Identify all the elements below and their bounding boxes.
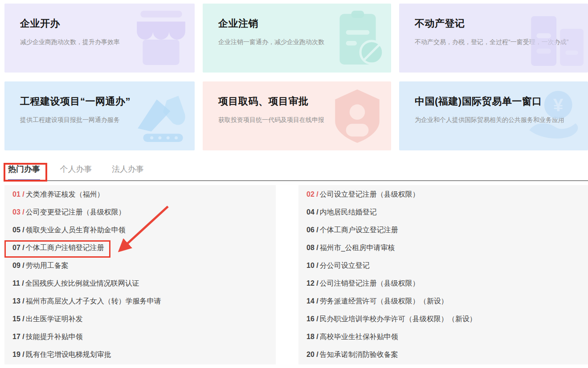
item-number: 18 / xyxy=(306,333,318,341)
item-number: 13 / xyxy=(12,297,24,305)
item-number: 06 / xyxy=(306,226,318,234)
card-title: 企业开办 xyxy=(20,17,195,30)
tabs-bar: 热门办事 个人办事 法人办事 xyxy=(4,150,588,181)
list-item-15[interactable]: 15 / 出生医学证明补发 xyxy=(4,310,276,328)
list-item-17[interactable]: 17 / 技能提升补贴申领 xyxy=(4,328,276,346)
feature-card[interactable]: 不动产登记 不动产交易，办税，登记，全过程“一窗受理，一次办成” xyxy=(399,4,588,73)
list-item-20[interactable]: 20 / 告知承诺制消防验收备案 xyxy=(298,346,588,364)
feature-card[interactable]: 企业开办 减少企业商跑动次数，提升办事效率 xyxy=(4,4,195,73)
item-number: 01 / xyxy=(12,190,24,198)
list-item-11[interactable]: 11 / 全国残疾人按比例就业情况联网认证 xyxy=(4,275,276,292)
card-subtitle: 提供工程建设项目报批一网通办服务 xyxy=(20,115,175,125)
item-label: 个体工商户设立登记注册 xyxy=(320,226,398,235)
tab-0[interactable]: 热门办事 xyxy=(8,165,40,180)
item-label: 福州市_公租房申请审核 xyxy=(320,243,395,253)
feature-card[interactable]: 项目取码、项目审批 获取投资项目统一代码及项目在线申报 xyxy=(203,81,391,150)
list-item-03[interactable]: 03 / 公司变更登记注册（县级权限） xyxy=(4,203,276,221)
item-number: 12 / xyxy=(306,279,318,287)
list-item-12[interactable]: 12 / 公司注销登记注册（县级权限） xyxy=(298,275,588,292)
item-number: 09 / xyxy=(12,262,24,270)
item-label: 全国残疾人按比例就业情况联网认证 xyxy=(25,279,139,288)
item-number: 07 / xyxy=(12,244,24,252)
item-label: 公司设立登记注册（县级权限） xyxy=(320,190,420,199)
list-item-09[interactable]: 09 / 劳动用工备案 xyxy=(4,257,276,275)
item-label: 领取失业金人员生育补助金申领 xyxy=(26,226,126,235)
item-number: 20 / xyxy=(306,351,318,359)
item-label: 告知承诺制消防验收备案 xyxy=(320,350,398,360)
feature-card[interactable]: 工程建设项目“一网通办” 提供工程建设项目报批一网通办服务 xyxy=(4,81,195,150)
list-item-04[interactable]: 04 / 内地居民结婚登记 xyxy=(298,203,588,221)
item-label: 劳务派遣经营许可（县级权限）（新设） xyxy=(320,297,448,306)
item-label: 个体工商户注销登记注册 xyxy=(26,243,104,253)
list-item-13[interactable]: 13 / 福州市高层次人才子女入（转）学服务申请 xyxy=(4,292,276,310)
tab-1[interactable]: 个人办事 xyxy=(60,165,92,180)
item-number: 14 / xyxy=(306,297,318,305)
card-title: 中国(福建)国际贸易单一窗口 xyxy=(415,95,588,108)
card-title: 项目取码、项目审批 xyxy=(218,95,391,108)
item-number: 04 / xyxy=(306,208,318,216)
card-subtitle: 为企业和个人提供国际贸易相关的公共服务和业务应用 xyxy=(415,115,570,125)
item-label: 内地居民结婚登记 xyxy=(320,208,377,217)
item-label: 公司变更登记注册（县级权限） xyxy=(26,208,126,217)
card-title: 不动产登记 xyxy=(415,17,588,30)
card-title: 企业注销 xyxy=(218,17,391,30)
item-label: 福州市高层次人才子女入（转）学服务申请 xyxy=(26,297,161,306)
item-label: 民办职业培训学校办学许可（县级权限）（新设） xyxy=(320,315,477,324)
tab-2[interactable]: 法人办事 xyxy=(112,165,144,180)
card-subtitle: 企业注销一窗通办，减少企业跑动次数 xyxy=(218,37,373,47)
item-label: 既有住宅增设电梯规划审批 xyxy=(26,350,111,360)
item-label: 出生医学证明补发 xyxy=(26,315,83,324)
services-page: 企业开办 减少企业商跑动次数，提升办事效率 企业注销 企业注销一窗通办，减少企业… xyxy=(0,0,588,368)
list-item-07[interactable]: 07 / 个体工商户注销登记注册 xyxy=(4,239,276,257)
list-item-19[interactable]: 19 / 既有住宅增设电梯规划审批 xyxy=(4,346,276,364)
list-item-08[interactable]: 08 / 福州市_公租房申请审核 xyxy=(298,239,588,257)
card-subtitle: 减少企业商跑动次数，提升办事效率 xyxy=(20,37,175,47)
item-number: 10 / xyxy=(306,262,318,270)
item-number: 15 / xyxy=(12,315,24,323)
card-title: 工程建设项目“一网通办” xyxy=(20,95,195,108)
item-label: 高校毕业生社保补贴申领 xyxy=(320,332,398,342)
item-number: 02 / xyxy=(306,190,318,198)
item-number: 03 / xyxy=(12,208,24,216)
item-label: 分公司设立登记 xyxy=(320,261,370,271)
card-subtitle: 获取投资项目统一代码及项目在线申报 xyxy=(218,115,373,125)
list-item-05[interactable]: 05 / 领取失业金人员生育补助金申领 xyxy=(4,221,276,239)
list-item-10[interactable]: 10 / 分公司设立登记 xyxy=(298,257,588,275)
feature-card[interactable]: 企业注销 企业注销一窗通办，减少企业跑动次数 xyxy=(203,4,391,73)
list-item-02[interactable]: 02 / 公司设立登记注册（县级权限） xyxy=(298,186,588,203)
item-label: 技能提升补贴申领 xyxy=(26,332,83,342)
list-item-14[interactable]: 14 / 劳务派遣经营许可（县级权限）（新设） xyxy=(298,292,588,310)
item-number: 08 / xyxy=(306,244,318,252)
feature-cards: 企业开办 减少企业商跑动次数，提升办事效率 企业注销 企业注销一窗通办，减少企业… xyxy=(4,4,588,150)
item-label: 劳动用工备案 xyxy=(26,261,69,271)
list-item-01[interactable]: 01 / 犬类准养证核发（福州） xyxy=(4,186,276,203)
card-subtitle: 不动产交易，办税，登记，全过程“一窗受理，一次办成” xyxy=(415,37,570,47)
list-item-06[interactable]: 06 / 个体工商户设立登记注册 xyxy=(298,221,588,239)
item-number: 16 / xyxy=(306,315,318,323)
item-label: 犬类准养证核发（福州） xyxy=(26,190,104,199)
item-number: 17 / xyxy=(12,333,24,341)
hot-items-panel: 01 / 犬类准养证核发（福州） 03 / 公司变更登记注册（县级权限） 05 … xyxy=(4,185,588,364)
item-number: 11 / xyxy=(12,279,24,287)
list-item-16[interactable]: 16 / 民办职业培训学校办学许可（县级权限）（新设） xyxy=(298,310,588,328)
hot-items-column-left: 01 / 犬类准养证核发（福州） 03 / 公司变更登记注册（县级权限） 05 … xyxy=(4,185,276,364)
item-label: 公司注销登记注册（县级权限） xyxy=(320,279,420,288)
item-number: 19 / xyxy=(12,351,24,359)
list-item-18[interactable]: 18 / 高校毕业生社保补贴申领 xyxy=(298,328,588,346)
item-number: 05 / xyxy=(12,226,24,234)
hot-items-column-right: 02 / 公司设立登记注册（县级权限） 04 / 内地居民结婚登记 06 / 个… xyxy=(298,185,588,364)
feature-card[interactable]: ¥ 中国(福建)国际贸易单一窗口 为企业和个人提供国际贸易相关的公共服务和业务应… xyxy=(399,81,588,150)
